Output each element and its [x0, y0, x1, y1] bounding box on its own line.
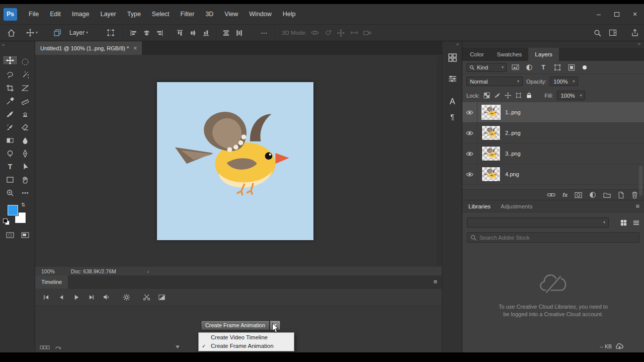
blur-tool[interactable] [18, 134, 33, 147]
first-frame-button[interactable] [38, 294, 53, 301]
canvas-document[interactable] [157, 82, 313, 240]
tab-libraries[interactable]: Libraries [468, 203, 491, 209]
foreground-color-swatch[interactable] [8, 205, 18, 215]
align-middle-button[interactable] [189, 25, 197, 41]
align-top-button[interactable] [176, 25, 184, 41]
canvas-area[interactable] [35, 55, 442, 267]
menu-edit[interactable]: Edit [44, 11, 66, 18]
document-tab[interactable]: Untitled1 @ 100% (1..png, RGB/8) * × [35, 41, 142, 55]
clone-stamp-tool[interactable] [18, 108, 33, 121]
tab-swatches[interactable]: Swatches [490, 48, 528, 61]
create-frame-animation-button[interactable]: Create Frame Animation [201, 320, 270, 330]
menu-type[interactable]: Type [122, 11, 146, 18]
library-search-input[interactable] [479, 235, 636, 241]
more-align-options-button[interactable]: ⋯ [261, 25, 268, 41]
quick-mask-mode-button[interactable] [3, 229, 18, 242]
menu-file[interactable]: File [23, 11, 44, 18]
frame-thumbnails-icon[interactable] [40, 345, 50, 350]
zoom-level[interactable]: 100% [41, 268, 55, 274]
layer-name[interactable]: 2..png [505, 130, 521, 136]
next-frame-button[interactable] [84, 294, 99, 301]
tab-adjustments[interactable]: Adjustments [501, 203, 532, 209]
layer-visibility-toggle[interactable] [462, 143, 477, 164]
layer-thumbnail[interactable] [482, 105, 500, 119]
delete-layer-icon[interactable] [631, 191, 638, 199]
layer-visibility-toggle[interactable] [462, 164, 477, 184]
edit-toolbar-ellipsis[interactable]: ⋯ [18, 186, 33, 199]
eraser-tool[interactable] [18, 121, 33, 134]
menu-layer[interactable]: Layer [95, 11, 121, 18]
align-bottom-button[interactable] [202, 25, 210, 41]
distribute-v-button[interactable] [235, 25, 243, 41]
auto-select-layer-dropdown[interactable]: Layer▾ [69, 25, 88, 41]
layer-row-4[interactable]: 4.png [462, 164, 644, 185]
cloud-sync-icon[interactable] [615, 343, 624, 350]
crop-tool[interactable] [3, 82, 18, 95]
split-clip-scissors-icon[interactable] [139, 294, 154, 301]
layer-thumbnail[interactable] [482, 147, 500, 161]
convert-timeline-icon[interactable] [55, 344, 62, 350]
layer-style-fx-icon[interactable]: fx [562, 192, 568, 198]
filter-kind-dropdown[interactable]: Kind ▾ [466, 63, 507, 72]
new-group-icon[interactable] [603, 192, 611, 198]
distribute-h-button[interactable] [222, 25, 230, 41]
home-button[interactable] [7, 25, 16, 41]
lock-position-icon[interactable] [505, 92, 511, 99]
audio-toggle-button[interactable] [99, 294, 114, 301]
layer-name[interactable]: 3..png [505, 151, 521, 157]
auto-select-icon[interactable] [53, 25, 61, 41]
timeline-menu-icon[interactable]: ≡ [433, 278, 437, 285]
move-tool[interactable] [3, 55, 18, 65]
menu-view[interactable]: View [219, 11, 244, 18]
collapse-tools-icon[interactable]: « [2, 42, 4, 47]
opacity-dropdown[interactable]: 100% ▾ [550, 77, 578, 86]
3d-scale-icon[interactable] [363, 25, 371, 41]
fill-dropdown[interactable]: 100% ▾ [557, 91, 585, 100]
layer-thumbnail[interactable] [482, 126, 500, 140]
lock-all-icon[interactable] [526, 92, 532, 99]
zoom-tool[interactable] [3, 186, 18, 199]
align-center-h-button[interactable] [143, 25, 150, 41]
previous-frame-button[interactable] [53, 294, 68, 301]
link-layers-icon[interactable] [547, 192, 555, 197]
close-button[interactable]: × [626, 4, 644, 24]
align-left-button[interactable] [130, 25, 137, 41]
libraries-menu-icon[interactable]: ≡ [635, 202, 639, 210]
menu-select[interactable]: Select [146, 11, 175, 18]
new-layer-icon[interactable] [618, 191, 624, 199]
3d-roll-icon[interactable] [324, 25, 332, 41]
filter-adjustment-layers-icon[interactable] [524, 63, 535, 72]
timeline-zoom-handle[interactable] [175, 344, 181, 350]
layer-filter-toggle[interactable] [583, 65, 587, 69]
lock-pixels-icon[interactable] [494, 92, 501, 99]
gradient-tool[interactable] [3, 134, 18, 147]
workspace-switcher-icon[interactable] [609, 25, 617, 41]
menu-image[interactable]: Image [66, 11, 95, 18]
history-brush-tool[interactable] [3, 121, 18, 134]
lasso-tool[interactable] [3, 68, 18, 82]
hand-tool[interactable] [18, 173, 33, 186]
filter-smart-objects-icon[interactable] [566, 63, 577, 72]
new-adjustment-layer-icon[interactable] [589, 191, 596, 198]
layer-name[interactable]: 1..png [505, 109, 521, 115]
share-export-icon[interactable] [631, 25, 639, 41]
status-options-arrow[interactable]: › [147, 268, 149, 274]
menu-window[interactable]: Window [244, 11, 277, 18]
adjustments-panel-icon[interactable] [447, 74, 457, 84]
screen-mode-button[interactable] [18, 229, 33, 242]
layer-thumbnail[interactable] [482, 167, 500, 181]
elliptical-marquee-tool[interactable] [18, 55, 33, 68]
collapse-dock-icon[interactable]: « [456, 42, 458, 47]
eyedropper-tool[interactable] [3, 95, 18, 108]
library-search-box[interactable] [467, 232, 639, 243]
tab-layers[interactable]: Layers [528, 48, 559, 61]
lock-transparency-icon[interactable] [484, 92, 490, 99]
grid-view-icon[interactable] [620, 220, 627, 226]
search-icon[interactable] [594, 25, 601, 41]
3d-orbit-icon[interactable] [311, 25, 319, 41]
tab-color[interactable]: Color [463, 48, 490, 61]
3d-drag-icon[interactable] [337, 25, 345, 41]
timeline-settings-gear-icon[interactable] [119, 294, 134, 301]
menu-item-create-video-timeline[interactable]: Create Video Timeline [199, 333, 294, 342]
menu-item-create-frame-animation[interactable]: ✓ Create Frame Animation [199, 342, 294, 350]
